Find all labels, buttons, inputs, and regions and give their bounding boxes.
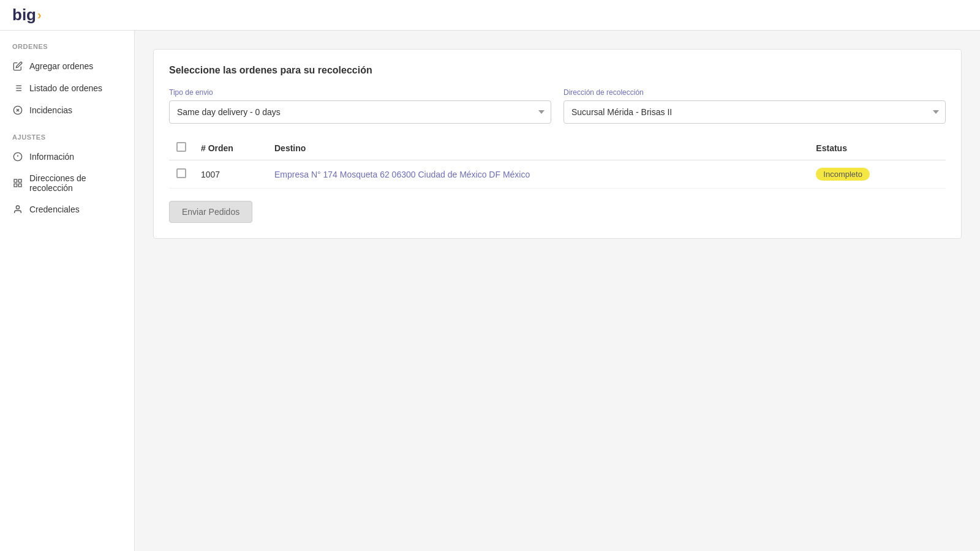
orders-table: # Orden Destino Estatus 1007 Empresa N° …: [169, 136, 946, 189]
filter-form-row: Tipo de envio Same day delivery - 0 days…: [169, 88, 946, 124]
sidebar-item-listado-ordenes[interactable]: Listado de ordenes: [0, 77, 134, 99]
top-header: big ›: [0, 0, 980, 31]
header-estatus: Estatus: [809, 136, 946, 160]
sidebar-label-credenciales: Credenciales: [29, 204, 80, 214]
sidebar-label-incidencias: Incidencias: [29, 105, 72, 115]
sidebar-label-informacion: Información: [29, 152, 74, 162]
svg-rect-13: [18, 179, 21, 182]
select-all-checkbox[interactable]: [176, 142, 186, 152]
ordenes-section-label: ORDENES: [0, 43, 134, 55]
sidebar-label-listado-ordenes: Listado de ordenes: [29, 83, 102, 93]
ajustes-section: AJUSTES Información: [0, 133, 134, 220]
svg-point-16: [16, 206, 19, 209]
order-selection-card: Seleccione las ordenes para su recolecci…: [153, 49, 962, 239]
card-title: Seleccione las ordenes para su recolecci…: [169, 65, 946, 76]
edit-icon: [12, 61, 23, 72]
sidebar-item-credenciales[interactable]: Credenciales: [0, 198, 134, 220]
header-checkbox-col: [169, 136, 194, 160]
main-content: Seleccione las ordenes para su recolecci…: [135, 31, 980, 551]
sidebar-item-informacion[interactable]: Información: [0, 146, 134, 168]
tipo-envio-select[interactable]: Same day delivery - 0 days Next day deli…: [169, 100, 551, 124]
sidebar-item-incidencias[interactable]: Incidencias: [0, 99, 134, 121]
user-icon: [12, 204, 23, 215]
header-orden: # Orden: [194, 136, 267, 160]
row-orden: 1007: [194, 160, 267, 189]
tipo-envio-group: Tipo de envio Same day delivery - 0 days…: [169, 88, 551, 124]
grid-icon: [12, 178, 23, 189]
svg-rect-12: [14, 179, 17, 182]
enviar-pedidos-button[interactable]: Enviar Pedidos: [169, 201, 252, 223]
ordenes-section: ORDENES Agregar ordenes: [0, 43, 134, 121]
table-row: 1007 Empresa N° 174 Mosqueta 62 06300 Ci…: [169, 160, 946, 189]
logo: big ›: [12, 6, 42, 24]
table-header-row: # Orden Destino Estatus: [169, 136, 946, 160]
logo-text: big: [12, 6, 36, 24]
row-estatus-cell: Incompleto: [809, 160, 946, 189]
direccion-group: Dirección de recolección Sucursal Mérida…: [564, 88, 946, 124]
sidebar-label-direcciones: Direcciones de recolección: [29, 173, 122, 193]
sidebar-label-agregar-ordenes: Agregar ordenes: [29, 61, 93, 71]
main-layout: ORDENES Agregar ordenes: [0, 31, 980, 551]
row-checkbox[interactable]: [176, 168, 186, 178]
ajustes-section-label: AJUSTES: [0, 133, 134, 146]
list-icon: [12, 83, 23, 94]
direccion-label: Dirección de recolección: [564, 88, 946, 97]
tipo-envio-label: Tipo de envio: [169, 88, 551, 97]
x-circle-icon: [12, 105, 23, 116]
svg-rect-15: [14, 184, 17, 187]
info-icon: [12, 151, 23, 162]
orders-table-container: # Orden Destino Estatus 1007 Empresa N° …: [169, 136, 946, 189]
sidebar-item-direcciones[interactable]: Direcciones de recolección: [0, 168, 134, 198]
sidebar-item-agregar-ordenes[interactable]: Agregar ordenes: [0, 55, 134, 77]
sidebar: ORDENES Agregar ordenes: [0, 31, 135, 551]
direccion-select[interactable]: Sucursal Mérida - Brisas II Sucursal CDM…: [564, 100, 946, 124]
svg-rect-14: [18, 184, 21, 187]
row-destino: Empresa N° 174 Mosqueta 62 06300 Ciudad …: [267, 160, 809, 189]
logo-arrow: ›: [37, 8, 42, 22]
header-destino: Destino: [267, 136, 809, 160]
status-badge: Incompleto: [816, 168, 870, 181]
row-checkbox-cell: [169, 160, 194, 189]
